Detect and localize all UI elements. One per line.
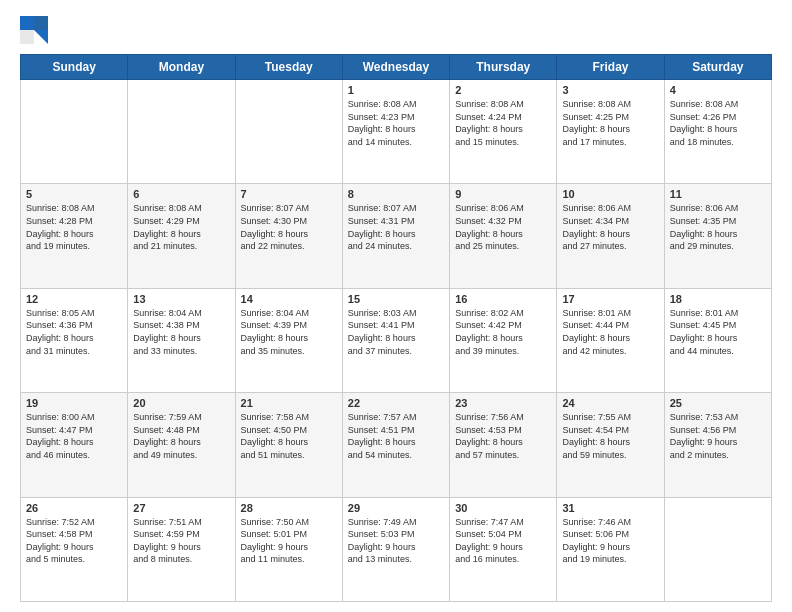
calendar-day-cell xyxy=(664,497,771,601)
day-info: Sunrise: 7:59 AM Sunset: 4:48 PM Dayligh… xyxy=(133,411,229,461)
calendar-day-cell xyxy=(21,80,128,184)
day-number: 5 xyxy=(26,188,122,200)
svg-rect-0 xyxy=(20,16,34,30)
day-info: Sunrise: 7:58 AM Sunset: 4:50 PM Dayligh… xyxy=(241,411,337,461)
calendar-day-cell: 10Sunrise: 8:06 AM Sunset: 4:34 PM Dayli… xyxy=(557,184,664,288)
day-number: 29 xyxy=(348,502,444,514)
calendar-day-cell: 24Sunrise: 7:55 AM Sunset: 4:54 PM Dayli… xyxy=(557,393,664,497)
day-number: 15 xyxy=(348,293,444,305)
calendar-day-cell: 8Sunrise: 8:07 AM Sunset: 4:31 PM Daylig… xyxy=(342,184,449,288)
day-of-week-header: Sunday xyxy=(21,55,128,80)
day-number: 4 xyxy=(670,84,766,96)
day-info: Sunrise: 8:06 AM Sunset: 4:32 PM Dayligh… xyxy=(455,202,551,252)
calendar-day-cell: 19Sunrise: 8:00 AM Sunset: 4:47 PM Dayli… xyxy=(21,393,128,497)
day-info: Sunrise: 8:02 AM Sunset: 4:42 PM Dayligh… xyxy=(455,307,551,357)
day-number: 26 xyxy=(26,502,122,514)
day-number: 13 xyxy=(133,293,229,305)
calendar-day-cell: 25Sunrise: 7:53 AM Sunset: 4:56 PM Dayli… xyxy=(664,393,771,497)
svg-rect-3 xyxy=(20,30,34,44)
calendar-day-cell: 6Sunrise: 8:08 AM Sunset: 4:29 PM Daylig… xyxy=(128,184,235,288)
day-info: Sunrise: 8:08 AM Sunset: 4:29 PM Dayligh… xyxy=(133,202,229,252)
calendar-day-cell: 4Sunrise: 8:08 AM Sunset: 4:26 PM Daylig… xyxy=(664,80,771,184)
day-number: 18 xyxy=(670,293,766,305)
day-number: 12 xyxy=(26,293,122,305)
day-info: Sunrise: 8:06 AM Sunset: 4:34 PM Dayligh… xyxy=(562,202,658,252)
day-info: Sunrise: 7:55 AM Sunset: 4:54 PM Dayligh… xyxy=(562,411,658,461)
day-number: 16 xyxy=(455,293,551,305)
day-info: Sunrise: 8:06 AM Sunset: 4:35 PM Dayligh… xyxy=(670,202,766,252)
day-info: Sunrise: 7:56 AM Sunset: 4:53 PM Dayligh… xyxy=(455,411,551,461)
day-info: Sunrise: 7:46 AM Sunset: 5:06 PM Dayligh… xyxy=(562,516,658,566)
day-of-week-header: Friday xyxy=(557,55,664,80)
calendar-day-cell: 2Sunrise: 8:08 AM Sunset: 4:24 PM Daylig… xyxy=(450,80,557,184)
calendar-week-row: 12Sunrise: 8:05 AM Sunset: 4:36 PM Dayli… xyxy=(21,288,772,392)
calendar-day-cell: 27Sunrise: 7:51 AM Sunset: 4:59 PM Dayli… xyxy=(128,497,235,601)
day-info: Sunrise: 7:51 AM Sunset: 4:59 PM Dayligh… xyxy=(133,516,229,566)
day-of-week-header: Saturday xyxy=(664,55,771,80)
calendar-day-cell: 13Sunrise: 8:04 AM Sunset: 4:38 PM Dayli… xyxy=(128,288,235,392)
svg-marker-2 xyxy=(34,30,48,44)
calendar-day-cell: 1Sunrise: 8:08 AM Sunset: 4:23 PM Daylig… xyxy=(342,80,449,184)
calendar-day-cell: 7Sunrise: 8:07 AM Sunset: 4:30 PM Daylig… xyxy=(235,184,342,288)
day-info: Sunrise: 8:00 AM Sunset: 4:47 PM Dayligh… xyxy=(26,411,122,461)
day-info: Sunrise: 7:57 AM Sunset: 4:51 PM Dayligh… xyxy=(348,411,444,461)
calendar-day-cell: 17Sunrise: 8:01 AM Sunset: 4:44 PM Dayli… xyxy=(557,288,664,392)
day-number: 6 xyxy=(133,188,229,200)
day-of-week-header: Tuesday xyxy=(235,55,342,80)
day-number: 14 xyxy=(241,293,337,305)
day-number: 27 xyxy=(133,502,229,514)
calendar-day-cell: 5Sunrise: 8:08 AM Sunset: 4:28 PM Daylig… xyxy=(21,184,128,288)
day-number: 30 xyxy=(455,502,551,514)
page: SundayMondayTuesdayWednesdayThursdayFrid… xyxy=(0,0,792,612)
calendar-day-cell: 9Sunrise: 8:06 AM Sunset: 4:32 PM Daylig… xyxy=(450,184,557,288)
day-number: 24 xyxy=(562,397,658,409)
calendar-day-cell: 26Sunrise: 7:52 AM Sunset: 4:58 PM Dayli… xyxy=(21,497,128,601)
day-number: 19 xyxy=(26,397,122,409)
day-info: Sunrise: 8:05 AM Sunset: 4:36 PM Dayligh… xyxy=(26,307,122,357)
calendar-day-cell xyxy=(235,80,342,184)
day-info: Sunrise: 8:08 AM Sunset: 4:25 PM Dayligh… xyxy=(562,98,658,148)
day-number: 7 xyxy=(241,188,337,200)
day-info: Sunrise: 8:08 AM Sunset: 4:23 PM Dayligh… xyxy=(348,98,444,148)
day-number: 22 xyxy=(348,397,444,409)
day-info: Sunrise: 8:08 AM Sunset: 4:28 PM Dayligh… xyxy=(26,202,122,252)
calendar-day-cell: 20Sunrise: 7:59 AM Sunset: 4:48 PM Dayli… xyxy=(128,393,235,497)
day-number: 2 xyxy=(455,84,551,96)
day-info: Sunrise: 8:01 AM Sunset: 4:44 PM Dayligh… xyxy=(562,307,658,357)
day-info: Sunrise: 8:08 AM Sunset: 4:26 PM Dayligh… xyxy=(670,98,766,148)
day-number: 8 xyxy=(348,188,444,200)
calendar-day-cell: 30Sunrise: 7:47 AM Sunset: 5:04 PM Dayli… xyxy=(450,497,557,601)
day-number: 25 xyxy=(670,397,766,409)
day-of-week-header: Monday xyxy=(128,55,235,80)
calendar-day-cell: 29Sunrise: 7:49 AM Sunset: 5:03 PM Dayli… xyxy=(342,497,449,601)
day-number: 17 xyxy=(562,293,658,305)
day-info: Sunrise: 7:47 AM Sunset: 5:04 PM Dayligh… xyxy=(455,516,551,566)
day-number: 9 xyxy=(455,188,551,200)
day-info: Sunrise: 8:04 AM Sunset: 4:39 PM Dayligh… xyxy=(241,307,337,357)
day-number: 31 xyxy=(562,502,658,514)
day-info: Sunrise: 8:01 AM Sunset: 4:45 PM Dayligh… xyxy=(670,307,766,357)
day-info: Sunrise: 8:03 AM Sunset: 4:41 PM Dayligh… xyxy=(348,307,444,357)
day-info: Sunrise: 8:07 AM Sunset: 4:31 PM Dayligh… xyxy=(348,202,444,252)
calendar-day-cell: 28Sunrise: 7:50 AM Sunset: 5:01 PM Dayli… xyxy=(235,497,342,601)
day-info: Sunrise: 8:07 AM Sunset: 4:30 PM Dayligh… xyxy=(241,202,337,252)
calendar-week-row: 5Sunrise: 8:08 AM Sunset: 4:28 PM Daylig… xyxy=(21,184,772,288)
svg-rect-1 xyxy=(34,16,48,30)
day-number: 11 xyxy=(670,188,766,200)
header xyxy=(20,16,772,44)
day-number: 20 xyxy=(133,397,229,409)
day-number: 23 xyxy=(455,397,551,409)
calendar-table: SundayMondayTuesdayWednesdayThursdayFrid… xyxy=(20,54,772,602)
day-number: 21 xyxy=(241,397,337,409)
calendar-week-row: 1Sunrise: 8:08 AM Sunset: 4:23 PM Daylig… xyxy=(21,80,772,184)
day-info: Sunrise: 7:49 AM Sunset: 5:03 PM Dayligh… xyxy=(348,516,444,566)
day-info: Sunrise: 8:08 AM Sunset: 4:24 PM Dayligh… xyxy=(455,98,551,148)
calendar-day-cell: 23Sunrise: 7:56 AM Sunset: 4:53 PM Dayli… xyxy=(450,393,557,497)
calendar-day-cell: 21Sunrise: 7:58 AM Sunset: 4:50 PM Dayli… xyxy=(235,393,342,497)
calendar-day-cell: 3Sunrise: 8:08 AM Sunset: 4:25 PM Daylig… xyxy=(557,80,664,184)
calendar-day-cell: 12Sunrise: 8:05 AM Sunset: 4:36 PM Dayli… xyxy=(21,288,128,392)
calendar-week-row: 26Sunrise: 7:52 AM Sunset: 4:58 PM Dayli… xyxy=(21,497,772,601)
calendar-day-cell: 16Sunrise: 8:02 AM Sunset: 4:42 PM Dayli… xyxy=(450,288,557,392)
calendar-day-cell: 15Sunrise: 8:03 AM Sunset: 4:41 PM Dayli… xyxy=(342,288,449,392)
day-of-week-header: Wednesday xyxy=(342,55,449,80)
